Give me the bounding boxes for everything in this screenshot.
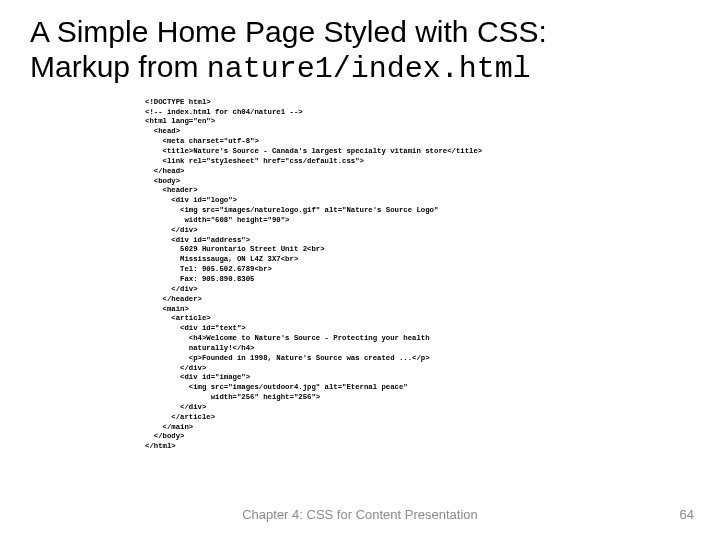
code-line: <div id="logo"> [145, 196, 237, 204]
code-line: width="608" height="90"> [145, 216, 290, 224]
code-line: <img src="images/naturelogo.gif" alt="Na… [145, 206, 438, 214]
title-line1: A Simple Home Page Styled with CSS: [30, 15, 547, 48]
code-line: <div id="image"> [145, 373, 250, 381]
code-line: </div> [145, 226, 198, 234]
code-line: <head> [145, 127, 180, 135]
code-line: <header> [145, 186, 198, 194]
code-line: <meta charset="utf-8"> [145, 137, 259, 145]
code-line: <link rel="stylesheet" href="css/default… [145, 157, 364, 165]
code-line: <h4>Welcome to Nature's Source - Protect… [145, 334, 430, 342]
slide: A Simple Home Page Styled with CSS: Mark… [0, 0, 720, 540]
code-line: Mississauga, ON L4Z 3X7<br> [145, 255, 298, 263]
code-line: </main> [145, 423, 193, 431]
code-line: </header> [145, 295, 202, 303]
code-line: <div id="address"> [145, 236, 250, 244]
footer-chapter: Chapter 4: CSS for Content Presentation [0, 507, 720, 522]
code-line: </div> [145, 403, 206, 411]
code-line: </div> [145, 364, 206, 372]
code-line: <title>Nature's Source - Canada's larges… [145, 147, 482, 155]
code-line: <img src="images/outdoor4.jpg" alt="Eter… [145, 383, 408, 391]
code-line: </head> [145, 167, 184, 175]
slide-title: A Simple Home Page Styled with CSS: Mark… [0, 0, 720, 88]
code-line: <p>Founded in 1998, Nature's Source was … [145, 354, 430, 362]
code-line: naturally!</h4> [145, 344, 254, 352]
code-line: <!-- index.html for ch04/nature1 --> [145, 108, 303, 116]
code-line: <main> [145, 305, 189, 313]
title-line2-mono: nature1/index.html [207, 52, 531, 86]
code-line: <html lang="en"> [145, 117, 215, 125]
code-listing: <!DOCTYPE html> <!-- index.html for ch04… [145, 98, 575, 452]
code-line: <body> [145, 177, 180, 185]
code-line: width="256" height="256"> [145, 393, 320, 401]
code-line: </article> [145, 413, 215, 421]
code-line: 5029 Hurontario Street Unit 2<br> [145, 245, 325, 253]
code-line: <!DOCTYPE html> [145, 98, 211, 106]
code-line: <div id="text"> [145, 324, 246, 332]
code-line: </html> [145, 442, 176, 450]
code-line: Tel: 905.502.6789<br> [145, 265, 272, 273]
code-line: </div> [145, 285, 198, 293]
code-line: Fax: 905.890.8305 [145, 275, 254, 283]
code-line: </body> [145, 432, 184, 440]
code-line: <article> [145, 314, 211, 322]
footer-page-number: 64 [680, 507, 694, 522]
title-line2-prefix: Markup from [30, 50, 207, 83]
